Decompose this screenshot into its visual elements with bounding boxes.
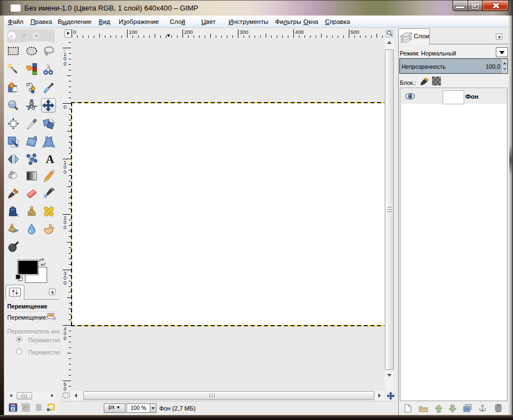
svg-text:300: 300 xyxy=(240,29,248,35)
svg-text:0: 0 xyxy=(64,280,67,286)
svg-text:500: 500 xyxy=(351,29,359,35)
svg-text:0: 0 xyxy=(64,391,67,392)
svg-text:400: 400 xyxy=(295,29,304,35)
svg-text:0: 0 xyxy=(64,224,67,230)
svg-text:0: 0 xyxy=(64,169,67,175)
svg-text:0: 0 xyxy=(64,60,67,67)
svg-text:100: 100 xyxy=(129,29,138,35)
svg-text:0: 0 xyxy=(64,335,67,341)
svg-text:0: 0 xyxy=(64,104,67,110)
svg-text:200: 200 xyxy=(184,29,193,35)
svg-text:0: 0 xyxy=(73,29,76,35)
